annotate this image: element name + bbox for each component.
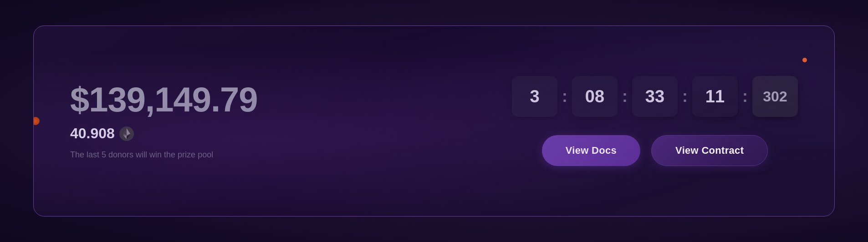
view-docs-button[interactable]: View Docs (542, 135, 640, 166)
timer-hours: 08 (572, 76, 618, 117)
action-buttons: View Docs View Contract (542, 135, 768, 166)
view-contract-button[interactable]: View Contract (651, 135, 768, 166)
price-usd: $139,149.79 (70, 82, 258, 117)
price-eth-container: 40.908 (70, 125, 258, 142)
timer-minutes: 33 (632, 76, 678, 117)
decorative-dot-left (33, 117, 40, 125)
description-text: The last 5 donors will win the prize poo… (70, 150, 258, 160)
ethereum-icon (119, 126, 134, 141)
timer-sep-3: : (682, 87, 688, 106)
timer-days: 3 (512, 76, 557, 117)
left-section: $139,149.79 40.908 The last 5 donors wil… (70, 82, 258, 160)
timer-milliseconds: 302 (752, 76, 798, 117)
timer-sep-2: : (622, 87, 628, 106)
countdown-timer: 3 : 08 : 33 : 11 : 302 (512, 76, 798, 117)
timer-seconds: 11 (692, 76, 738, 117)
timer-sep-4: : (742, 87, 748, 106)
decorative-dot-top-right (802, 58, 807, 62)
price-eth-value: 40.908 (70, 125, 115, 142)
timer-sep-1: : (562, 87, 567, 106)
right-section: 3 : 08 : 33 : 11 : 302 View Docs View Co… (512, 76, 798, 166)
main-card: $139,149.79 40.908 The last 5 donors wil… (33, 25, 835, 217)
